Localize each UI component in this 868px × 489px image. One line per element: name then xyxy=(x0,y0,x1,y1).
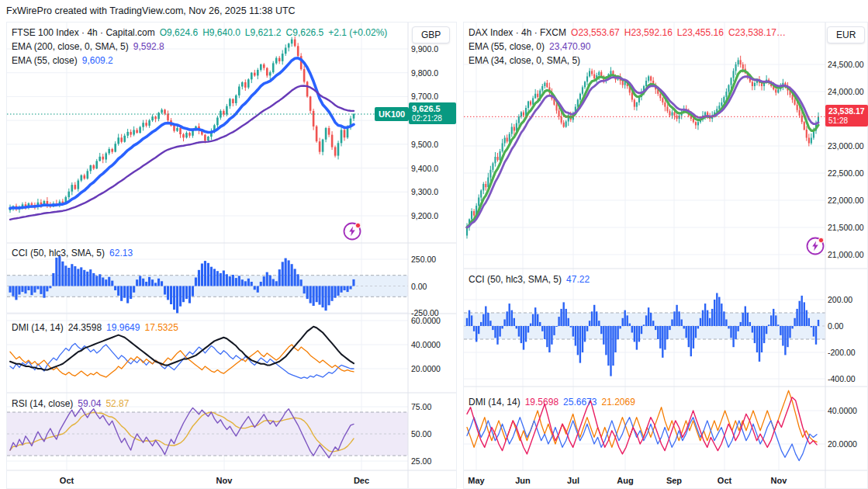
axis-tick-label: 50.00 xyxy=(411,429,431,439)
time-axis-month-label: May xyxy=(468,476,484,485)
time-axis-month-label: Jun xyxy=(515,476,531,485)
axis-tick-label: 9,500.0 xyxy=(411,140,438,149)
watermark-title: FxWirePro created with TradingView.com, … xyxy=(6,5,296,16)
dax-bar-countdown: 51:28 xyxy=(828,116,865,126)
axis-tick-label: 40.0000 xyxy=(411,340,441,349)
chart-panel-ftse: FTSE 100 Index · 4h · Capital.com O9,624… xyxy=(6,22,457,489)
dax-dmi-adx-value: 19.5698 xyxy=(525,397,558,408)
axis-tick-label: 40.0000 xyxy=(828,406,857,415)
axis-tick-label: 23,000.00 xyxy=(828,141,864,151)
rsi-label[interactable]: RSI (14, close) xyxy=(12,398,73,409)
axis-tick-label: 9,900.0 xyxy=(411,44,438,54)
dax-dmi-label[interactable]: DMI (14, 14) xyxy=(469,397,520,408)
cci-value: 62.13 xyxy=(109,248,133,258)
dax-ohlc-low: L23,455.16 xyxy=(677,27,724,38)
axis-tick-label: 75.00 xyxy=(411,402,431,411)
currency-button-gbp[interactable]: GBP xyxy=(412,26,450,43)
ema200-value: 9,592.8 xyxy=(133,41,164,52)
axis-tick-label: 20.0000 xyxy=(828,439,857,449)
dax-ohlc-open: O23,553.67 xyxy=(571,27,620,38)
ftse-cci-legend: CCI (50, hlc3, SMA, 5) 62.13 xyxy=(12,248,133,258)
axis-tick-label: 22,500.00 xyxy=(828,168,864,178)
rsi-value: 59.04 xyxy=(78,398,101,409)
quick-trade-icon[interactable] xyxy=(804,235,826,257)
axis-tick-label: 250.00 xyxy=(411,255,436,264)
ftse-symbol-title[interactable]: FTSE 100 Index · 4h · Capital.com xyxy=(12,27,155,38)
dax-ohlc-high: H23,592.16 xyxy=(624,27,673,38)
dax-legend-row: DAX Index · 4h · FXCM O23,553.67 H23,592… xyxy=(469,27,786,38)
axis-tick-label: 24,500.00 xyxy=(828,60,864,69)
rsi-ma-value: 52.87 xyxy=(105,398,129,409)
dmi-adx-value: 24.3598 xyxy=(68,322,102,333)
dax-cci-legend: CCI (50, hlc3, SMA, 5) 47.22 xyxy=(469,274,590,285)
ftse-ema200-legend: EMA (200, close, 0, SMA, 5) 9,592.8 xyxy=(12,41,164,52)
axis-tick-label: 0.00 xyxy=(828,321,843,331)
time-axis-month-label: Oct xyxy=(718,476,731,485)
dax-last-price-badge: 23,538.17 51:28 xyxy=(825,105,868,127)
time-axis-month-label: Nov xyxy=(771,476,787,485)
axis-tick-label: 21,000.00 xyxy=(828,250,864,259)
last-price: 9,626.5 xyxy=(412,103,453,114)
ema55-label[interactable]: EMA (55, close) xyxy=(12,55,78,66)
currency-button-eur[interactable]: EUR xyxy=(827,26,865,43)
axis-tick-label: -400.00 xyxy=(828,374,856,383)
axis-tick-label: 24,000.00 xyxy=(828,87,864,96)
dax-dmi-plus-di-value: 25.6673 xyxy=(563,397,597,408)
dax-ema55-value: 23,470.90 xyxy=(549,41,590,52)
time-axis-month-label: Dec xyxy=(354,476,369,485)
axis-tick-label: 9,800.0 xyxy=(411,68,438,78)
ftse-change: +2.1 (+0.02%) xyxy=(328,27,387,38)
dax-last-price: 23,538.17 xyxy=(828,106,865,116)
time-axis-month-label: Nov xyxy=(216,476,233,485)
dax-ohlc-close: C23,538.17… xyxy=(728,27,786,38)
axis-tick-label: 9,300.0 xyxy=(411,187,438,196)
time-axis-month-label: Jul xyxy=(567,476,579,485)
ftse-ohlc-open: O9,624.6 xyxy=(160,27,198,38)
ftse-ohlc-close: C9,626.5 xyxy=(286,27,324,38)
dax-dmi-minus-di-value: 21.2069 xyxy=(601,397,635,408)
dax-dmi-legend: DMI (14, 14) 19.5698 25.6673 21.2069 xyxy=(469,397,635,408)
axis-tick-label: 0.00 xyxy=(411,282,427,291)
axis-tick-label: 9,200.0 xyxy=(411,211,438,220)
axis-tick-label: 20.0000 xyxy=(411,364,441,373)
dax-ema34-label[interactable]: EMA (34, close, 0, SMA, 5) xyxy=(469,55,580,66)
dmi-minus-di-value: 17.5325 xyxy=(144,322,178,333)
axis-tick-label: 60.0000 xyxy=(411,316,441,325)
cci-label[interactable]: CCI (50, hlc3, SMA, 5) xyxy=(12,248,105,258)
dax-ema34-legend: EMA (34, close, 0, SMA, 5) xyxy=(469,55,580,66)
time-axis-month-label: Oct xyxy=(60,476,74,485)
ftse-rsi-legend: RSI (14, close) 59.04 52.87 xyxy=(12,398,129,409)
axis-tick-label: -200.00 xyxy=(828,348,856,357)
dax-symbol-title[interactable]: DAX Index · 4h · FXCM xyxy=(469,27,566,38)
symbol-marker-badge: UK100 xyxy=(375,107,409,121)
axis-tick-label: 9,400.0 xyxy=(411,164,438,173)
dax-ema55-legend: EMA (55, close, 0) 23,470.90 xyxy=(469,41,590,52)
ema55-value: 9,609.2 xyxy=(82,55,113,66)
axis-tick-label: 200.00 xyxy=(828,295,852,304)
ftse-ohlc-high: H9,640.0 xyxy=(202,27,240,38)
dmi-label[interactable]: DMI (14, 14) xyxy=(12,322,64,333)
dmi-plus-di-value: 19.9649 xyxy=(106,322,140,333)
dax-ema55-label[interactable]: EMA (55, close, 0) xyxy=(469,41,545,52)
ftse-ohlc-low: L9,621.2 xyxy=(245,27,282,38)
ema200-label[interactable]: EMA (200, close, 0, SMA, 5) xyxy=(12,41,129,52)
ftse-ema55-legend: EMA (55, close) 9,609.2 xyxy=(12,55,113,66)
chart-panel-dax: DAX Index · 4h · FXCM O23,553.67 H23,592… xyxy=(463,22,868,489)
axis-tick-label: 9,700.0 xyxy=(411,92,438,101)
bar-countdown: 02:21:28 xyxy=(412,114,453,123)
dax-cci-value: 47.22 xyxy=(566,274,590,285)
ftse-legend-row: FTSE 100 Index · 4h · Capital.com O9,624… xyxy=(12,27,387,38)
dax-cci-label[interactable]: CCI (50, hlc3, SMA, 5) xyxy=(469,274,562,285)
axis-tick-label: 21,500.00 xyxy=(828,223,864,232)
ftse-dmi-legend: DMI (14, 14) 24.3598 19.9649 17.5325 xyxy=(12,322,178,333)
ftse-last-price-badge: 9,626.5 02:21:28 xyxy=(409,102,456,124)
quick-trade-icon[interactable] xyxy=(341,220,363,242)
axis-tick-label: 25.00 xyxy=(411,456,431,466)
axis-tick-label: 22,000.00 xyxy=(828,196,864,205)
time-axis-month-label: Aug xyxy=(617,476,633,485)
time-axis-month-label: Sep xyxy=(666,476,682,485)
